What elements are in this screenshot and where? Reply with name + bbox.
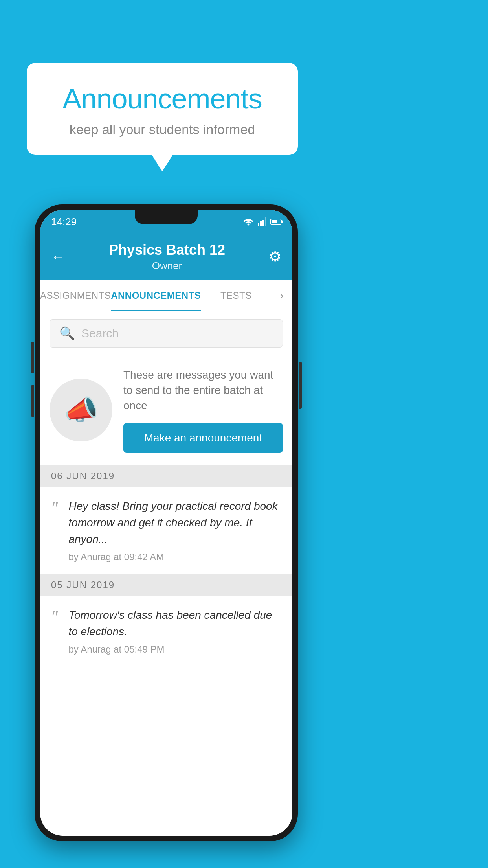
make-announcement-button[interactable]: Make an announcement [123, 423, 283, 453]
date-divider-2: 05 JUN 2019 [40, 574, 292, 596]
tab-more[interactable]: › [271, 280, 292, 311]
speech-bubble-subtitle: keep all your students informed [50, 122, 274, 137]
announcement-author-2: by Anurag at 05:49 PM [68, 644, 283, 655]
phone-notch [135, 210, 198, 224]
header-center: Physics Batch 12 Owner [109, 242, 225, 272]
wifi-icon [243, 217, 254, 226]
status-time: 14:29 [51, 216, 77, 228]
search-placeholder: Search [81, 327, 119, 340]
announcement-content-2: Tomorrow's class has been cancelled due … [68, 607, 283, 655]
speech-bubble: Announcements keep all your students inf… [27, 63, 298, 155]
back-button[interactable]: ← [51, 248, 65, 265]
megaphone-icon: 📣 [64, 394, 98, 426]
tabs-bar: ASSIGNMENTS ANNOUNCEMENTS TESTS › [40, 280, 292, 311]
battery-icon [270, 219, 281, 225]
promo-description: These are messages you want to send to t… [123, 367, 283, 414]
app-header: ← Physics Batch 12 Owner ⚙ [40, 234, 292, 280]
power-button [299, 362, 302, 409]
svg-point-0 [248, 224, 250, 226]
volume-up-button [31, 385, 34, 417]
svg-rect-3 [262, 220, 264, 226]
search-container: 🔍 Search [40, 311, 292, 355]
search-bar[interactable]: 🔍 Search [50, 319, 283, 348]
announcement-item-1: " Hey class! Bring your practical record… [40, 487, 292, 574]
announcement-author-1: by Anurag at 09:42 AM [68, 552, 283, 563]
battery-tip [281, 220, 283, 223]
phone-container: 14:29 [35, 204, 298, 841]
header-subtitle: Owner [109, 260, 225, 272]
announcement-text-2: Tomorrow's class has been cancelled due … [68, 607, 283, 640]
quote-icon-1: " [50, 500, 59, 517]
gear-icon[interactable]: ⚙ [269, 248, 281, 265]
tab-tests[interactable]: TESTS [201, 280, 271, 311]
promo-icon-circle: 📣 [50, 379, 112, 441]
tab-announcements[interactable]: ANNOUNCEMENTS [111, 280, 201, 311]
svg-rect-2 [260, 221, 262, 226]
tab-assignments[interactable]: ASSIGNMENTS [40, 280, 111, 311]
header-title: Physics Batch 12 [109, 242, 225, 258]
date-divider-1: 06 JUN 2019 [40, 465, 292, 487]
battery-fill [272, 220, 277, 223]
status-icons [243, 217, 281, 226]
svg-rect-1 [258, 223, 259, 226]
announcement-promo: 📣 These are messages you want to send to… [40, 355, 292, 465]
speech-bubble-container: Announcements keep all your students inf… [27, 63, 298, 155]
search-icon: 🔍 [59, 326, 75, 341]
announcement-text-1: Hey class! Bring your practical record b… [68, 498, 283, 548]
signal-icon [258, 217, 266, 226]
announcement-content-1: Hey class! Bring your practical record b… [68, 498, 283, 563]
phone-screen: 14:29 [40, 210, 292, 836]
speech-bubble-title: Announcements [50, 83, 274, 115]
announcement-item-2: " Tomorrow's class has been cancelled du… [40, 596, 292, 666]
volume-down-button [31, 342, 34, 373]
promo-content: These are messages you want to send to t… [123, 367, 283, 453]
svg-rect-4 [265, 217, 266, 226]
phone-outer: 14:29 [35, 204, 298, 841]
quote-icon-2: " [50, 609, 59, 626]
